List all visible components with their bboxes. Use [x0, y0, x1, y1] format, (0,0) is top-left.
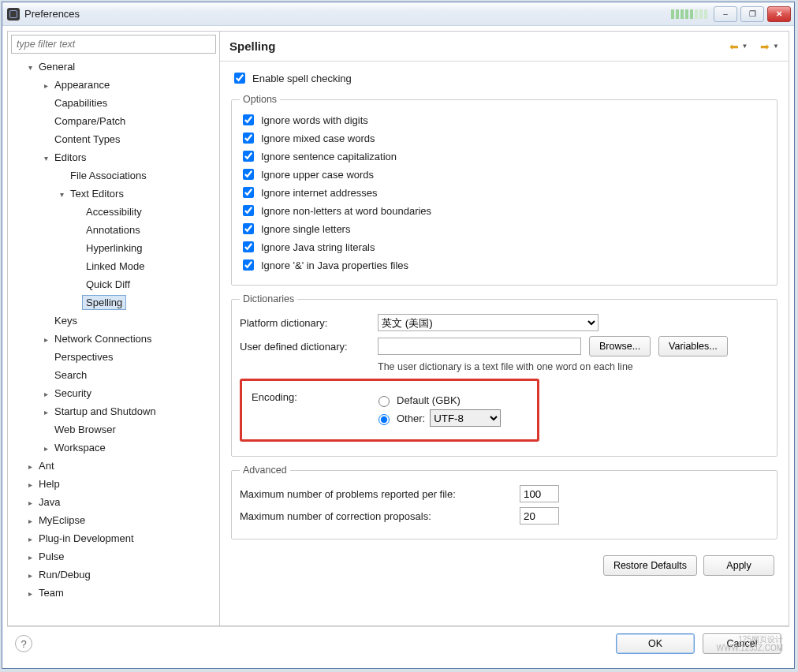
tree-content-types[interactable]: Content Types — [50, 132, 125, 147]
platform-dict-select[interactable]: 英文 (美国) — [378, 314, 598, 331]
opt-amp-checkbox[interactable] — [243, 259, 254, 271]
max-problems-label: Maximum number of problems reported per … — [240, 488, 512, 500]
encoding-other-select[interactable]: UTF-8 — [430, 409, 501, 427]
tree-perspectives[interactable]: Perspectives — [50, 349, 117, 364]
settings-content: Spelling ⬅▼ ➡▼ Enable spell checking Opt… — [220, 31, 789, 626]
tree-plugin-dev[interactable]: Plug-in Development — [35, 531, 138, 546]
tree-run-debug[interactable]: Run/Debug — [35, 567, 95, 582]
dictionaries-group: Dictionaries Platform dictionary: 英文 (美国… — [231, 293, 777, 457]
back-menu-icon[interactable]: ▼ — [742, 43, 748, 50]
filter-input[interactable] — [11, 35, 216, 54]
opt-sentence-label: Ignore sentence capitalization — [261, 151, 397, 162]
tree-quick-diff[interactable]: Quick Diff — [82, 277, 134, 292]
tree-annotations[interactable]: Annotations — [82, 222, 144, 237]
preferences-window: Preferences – ❐ ✕ ▾General ▸Appearance ·… — [2, 2, 795, 669]
progress-indicator — [671, 9, 707, 19]
tree-java[interactable]: Java — [35, 495, 64, 510]
tree-startup[interactable]: Startup and Shutdown — [50, 404, 160, 419]
tree-capabilities[interactable]: Capabilities — [50, 95, 111, 110]
titlebar: Preferences – ❐ ✕ — [2, 2, 794, 26]
help-icon[interactable]: ? — [15, 635, 32, 652]
encoding-highlight: Encoding: Default (GBK) Other: — [240, 379, 539, 442]
forward-icon[interactable]: ➡ — [760, 40, 770, 53]
tree-linked-mode[interactable]: Linked Mode — [82, 259, 148, 274]
enable-spellcheck-label: Enable spell checking — [252, 73, 352, 84]
tree-security[interactable]: Security — [50, 386, 95, 401]
user-dict-hint: The user dictionary is a text file with … — [378, 361, 769, 372]
enable-spellcheck-checkbox[interactable] — [234, 73, 245, 84]
maximize-button[interactable]: ❐ — [740, 6, 764, 22]
tree-editors[interactable]: Editors — [50, 150, 90, 165]
opt-digits-checkbox[interactable] — [243, 114, 254, 125]
max-proposals-input[interactable] — [520, 507, 559, 525]
tree-accessibility[interactable]: Accessibility — [82, 204, 146, 219]
tree-myeclipse[interactable]: MyEclipse — [35, 513, 89, 528]
tree-web-browser[interactable]: Web Browser — [50, 422, 120, 437]
tree-file-associations[interactable]: File Associations — [66, 168, 151, 183]
history-nav: ⬅▼ ➡▼ — [729, 40, 779, 53]
max-problems-input[interactable] — [520, 485, 559, 502]
page-title: Spelling — [229, 39, 729, 53]
close-button[interactable]: ✕ — [767, 6, 791, 22]
dictionaries-legend: Dictionaries — [240, 293, 297, 304]
tree-compare-patch[interactable]: Compare/Patch — [50, 114, 129, 129]
encoding-label: Encoding: — [252, 391, 370, 403]
opt-sentence-checkbox[interactable] — [243, 151, 254, 162]
browse-button[interactable]: Browse... — [589, 336, 651, 357]
tree-search[interactable]: Search — [50, 368, 91, 383]
apply-button[interactable]: Apply — [703, 555, 774, 576]
nav-tree-panel: ▾General ▸Appearance ·Capabilities ·Comp… — [7, 31, 220, 626]
tree-general[interactable]: General — [35, 59, 79, 74]
app-icon — [7, 8, 20, 21]
tree-pulse[interactable]: Pulse — [35, 549, 69, 564]
opt-nonletters-label: Ignore non-letters at word boundaries — [261, 205, 431, 217]
tree-text-editors[interactable]: Text Editors — [66, 186, 128, 201]
opt-upper-label: Ignore upper case words — [261, 169, 374, 181]
tree-keys[interactable]: Keys — [50, 313, 81, 328]
restore-defaults-button[interactable]: Restore Defaults — [603, 555, 697, 576]
opt-javastr-label: Ignore Java string literals — [261, 241, 375, 253]
forward-menu-icon[interactable]: ▼ — [773, 43, 779, 50]
opt-mixed-label: Ignore mixed case words — [261, 133, 375, 144]
window-title: Preferences — [24, 8, 80, 20]
opt-single-checkbox[interactable] — [243, 223, 254, 234]
cancel-button[interactable]: Cancel — [703, 633, 781, 654]
user-dict-label: User defined dictionary: — [240, 341, 370, 353]
preferences-tree[interactable]: ▾General ▸Appearance ·Capabilities ·Comp… — [8, 57, 219, 625]
opt-digits-label: Ignore words with digits — [261, 114, 368, 126]
advanced-legend: Advanced — [240, 465, 290, 476]
ok-button[interactable]: OK — [616, 633, 695, 654]
opt-upper-checkbox[interactable] — [243, 169, 254, 180]
tree-spelling[interactable]: Spelling — [82, 295, 126, 310]
tree-workspace[interactable]: Workspace — [50, 440, 110, 455]
back-icon[interactable]: ⬅ — [729, 40, 739, 53]
tree-network[interactable]: Network Connections — [50, 331, 156, 346]
tree-hyperlinking[interactable]: Hyperlinking — [82, 241, 147, 256]
opt-amp-label: Ignore '&' in Java properties files — [261, 259, 408, 271]
opt-internet-checkbox[interactable] — [243, 187, 254, 198]
tree-help[interactable]: Help — [35, 476, 64, 491]
options-group: Options Ignore words with digits Ignore … — [231, 94, 777, 286]
opt-mixed-checkbox[interactable] — [243, 133, 254, 144]
tree-ant[interactable]: Ant — [35, 458, 58, 473]
options-legend: Options — [240, 94, 280, 105]
platform-dict-label: Platform dictionary: — [240, 317, 370, 329]
variables-button[interactable]: Variables... — [658, 336, 728, 357]
opt-single-label: Ignore single letters — [261, 223, 350, 235]
opt-internet-label: Ignore internet addresses — [261, 187, 377, 199]
dialog-footer: ? OK Cancel 125网页设计WWW.125JZ.COM — [7, 627, 789, 663]
encoding-default-label: Default (GBK) — [397, 394, 461, 406]
opt-javastr-checkbox[interactable] — [243, 241, 254, 252]
minimize-button[interactable]: – — [714, 6, 737, 22]
encoding-other-label: Other: — [397, 413, 425, 424]
tree-appearance[interactable]: Appearance — [50, 77, 114, 92]
user-dict-input[interactable] — [378, 338, 581, 355]
encoding-default-radio[interactable] — [378, 396, 390, 407]
encoding-other-radio[interactable] — [378, 414, 390, 425]
opt-nonletters-checkbox[interactable] — [243, 205, 254, 216]
tree-team[interactable]: Team — [35, 585, 68, 600]
advanced-group: Advanced Maximum number of problems repo… — [231, 465, 777, 539]
max-proposals-label: Maximum number of correction proposals: — [240, 510, 512, 522]
